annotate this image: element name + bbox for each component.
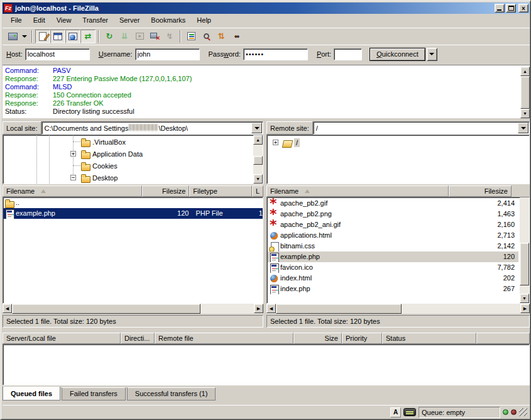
file-row[interactable]: bitnami.css2,142 [268,241,518,251]
site-manager-button[interactable] [5,30,20,43]
scroll-up-icon[interactable]: ▲ [253,135,263,145]
tree-item-root[interactable]: + / [267,136,529,148]
transfer-queue-list[interactable] [3,344,530,385]
scroll-up-icon[interactable]: ▲ [520,67,530,76]
synchronized-browsing-button[interactable]: ⇅ [214,30,229,43]
toggle-remote-tree-button[interactable] [65,30,80,43]
reconnect-button[interactable]: ↯ [162,30,177,43]
toggle-local-tree-button[interactable] [50,30,65,43]
scroll-thumb[interactable] [276,304,402,314]
minimize-button[interactable] [495,4,505,13]
file-row-selected[interactable]: example.php120 [268,251,518,262]
password-input[interactable] [243,48,308,60]
column-header-filesize[interactable]: Filesize [142,185,189,197]
menu-edit[interactable]: Edit [28,15,51,25]
tab-successful-transfers[interactable]: Successful transfers (1) [127,387,216,401]
column-header-direction[interactable]: Directi... [121,333,155,344]
scroll-left-icon[interactable]: ◀ [3,304,12,313]
remote-list-hscrollbar[interactable]: ◀ ▶ [266,304,530,314]
directory-filters-button[interactable] [183,30,199,43]
remote-file-list[interactable]: apache_pb2.gif2,414 apache_pb2.png1,463 … [266,197,530,304]
log-scrollbar[interactable]: ▲ ▼ [520,67,530,118]
expand-plus-icon[interactable]: + [70,151,76,157]
tree-item-desktop[interactable]: − Desktop [3,172,263,184]
menu-bookmarks[interactable]: Bookmarks [145,15,191,25]
local-site-dropdown-button[interactable] [251,123,262,133]
close-button[interactable]: × [518,4,528,13]
menu-help[interactable]: Help [191,15,217,25]
column-header-status[interactable]: Status [382,333,476,344]
scroll-down-icon[interactable]: ▼ [520,294,529,303]
maximize-button[interactable] [506,4,516,13]
column-header-remote-file[interactable]: Remote file [155,333,293,344]
column-header-size[interactable]: Size [293,333,342,344]
cancel-button[interactable]: × [132,30,147,43]
scroll-thumb[interactable] [520,243,529,285]
file-row[interactable]: index.php267 [268,284,518,294]
column-header-server-local-file[interactable]: Server/Local file [3,333,121,344]
host-input[interactable] [25,48,90,60]
tab-queued-files[interactable]: Queued files [3,387,60,401]
process-queue-button[interactable]: ⇊ [117,30,132,43]
scroll-thumb[interactable] [520,76,530,109]
file-row[interactable]: applications.html2,713 [268,230,518,241]
menu-file[interactable]: File [5,15,28,25]
file-row[interactable]: apache_pb2_ani.gif2,160 [268,219,518,230]
local-tree-scrollbar[interactable]: ▲ ▼ [253,135,263,184]
column-header-priority[interactable]: Priority [342,333,382,344]
column-header-filename[interactable]: Filename [3,185,142,197]
tree-item-application-data[interactable]: + Application Data [3,148,263,160]
file-row-example-php[interactable]: example.php 120 PHP File 1 [3,208,263,219]
quickconnect-button[interactable]: Quickconnect [370,48,425,61]
remote-directory-tree[interactable]: + / [266,135,530,184]
column-header-filename[interactable]: Filename [266,185,449,197]
scroll-thumb[interactable] [12,304,200,314]
scroll-right-icon[interactable]: ▶ [254,304,263,313]
toggle-queue-button[interactable]: ⇄ [80,30,96,43]
port-input[interactable] [334,48,362,60]
resize-grip[interactable] [519,408,527,416]
scroll-down-icon[interactable]: ▼ [520,109,530,118]
message-log[interactable]: Command:PASV Response:227 Entering Passi… [3,65,530,118]
menu-view[interactable]: View [51,15,77,25]
toggle-message-log-button[interactable] [35,30,50,43]
local-list-hscrollbar[interactable]: ◀ ▶ [3,304,263,314]
scroll-down-icon[interactable]: ▼ [253,174,263,184]
site-manager-dropdown-button[interactable] [20,30,29,43]
scroll-left-icon[interactable]: ◀ [266,304,276,313]
tab-failed-transfers[interactable]: Failed transfers [62,387,126,401]
app-icon[interactable]: Fz [4,4,13,13]
file-row[interactable]: apache_pb2.gif2,414 [268,198,518,209]
scroll-right-icon[interactable]: ▶ [520,304,530,313]
menu-transfer[interactable]: Transfer [77,15,114,25]
expand-plus-icon[interactable]: + [273,140,278,145]
file-row-up[interactable]: .. [3,197,263,208]
title-bar[interactable]: Fz john@localhost - FileZilla × [3,3,530,14]
file-row[interactable]: apache_pb2.png1,463 [268,209,518,219]
local-file-list[interactable]: .. example.php 120 PHP File 1 [3,197,263,304]
menu-server[interactable]: Server [114,15,145,25]
directory-comparison-button[interactable] [199,30,214,43]
column-header-filesize[interactable]: Filesize [449,185,512,197]
remote-list-scrollbar[interactable]: ▲ ▼ [520,197,529,303]
refresh-button[interactable]: ↻ [102,30,117,43]
tree-item-cookies[interactable]: Cookies [3,160,263,172]
scroll-thumb[interactable] [253,156,263,165]
tree-item-virtualbox[interactable]: .VirtualBox [3,136,263,148]
file-row[interactable]: favicon.ico7,782 [268,262,518,273]
file-row[interactable]: index.html202 [268,273,518,284]
file-name: example.php [16,208,55,219]
remote-site-dropdown-button[interactable] [518,123,528,133]
column-header-filetype[interactable]: Filetype [189,185,252,197]
disconnect-button[interactable]: × [147,30,162,43]
column-header-lastmodified[interactable]: L [252,185,263,197]
local-directory-tree[interactable]: .VirtualBox + Application Data Cookies −… [3,135,263,184]
data-type-indicator-icon[interactable]: A [390,407,401,417]
speed-limits-icon[interactable] [403,408,416,416]
find-files-button[interactable]: ●● [229,30,244,43]
quickconnect-dropdown-button[interactable] [427,48,437,61]
remote-site-combo[interactable]: / [313,121,530,135]
username-input[interactable] [135,48,200,60]
local-site-combo[interactable]: C:\Documents and Settings\Desktop\ [41,121,263,135]
collapse-minus-icon[interactable]: − [70,175,76,180]
